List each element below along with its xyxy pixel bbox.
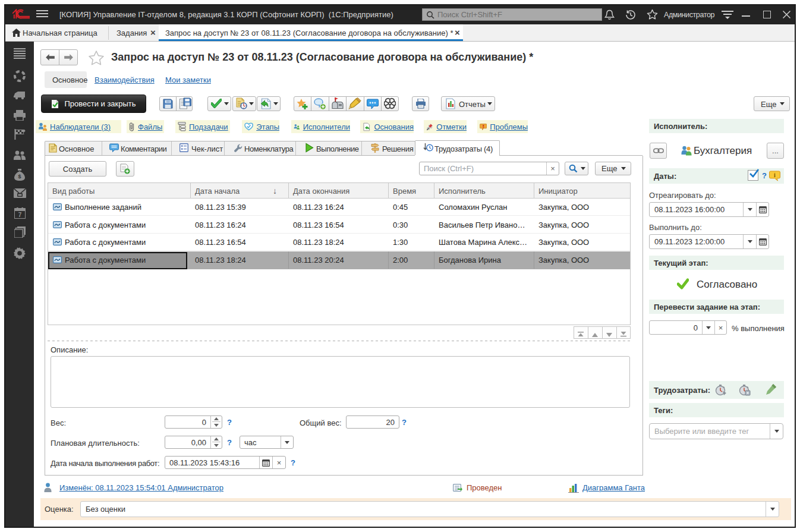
svg-text:i: i — [774, 172, 776, 178]
svg-text:$: $ — [18, 174, 21, 180]
svg-text:7: 7 — [18, 212, 22, 218]
